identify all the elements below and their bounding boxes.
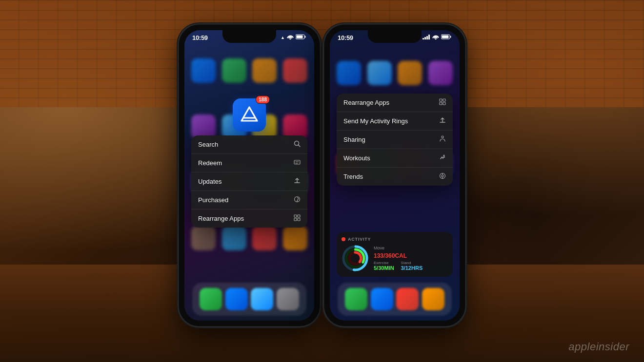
svg-point-8 (297, 201, 298, 202)
popup-menu-left: Search Redeem (191, 135, 307, 228)
menu-item-send-activity[interactable]: Send My Activity Rings (337, 112, 453, 131)
dock-icon (251, 288, 273, 310)
purchased-icon (294, 196, 301, 204)
workouts-icon (439, 154, 446, 162)
svg-rect-23 (443, 102, 445, 105)
app-icon (191, 58, 216, 83)
app-icon (367, 61, 392, 85)
exercise-value: 5/30MIN (374, 265, 394, 271)
sharing-icon (439, 135, 446, 144)
stand-stat: Stand 3/12HRS (401, 261, 423, 271)
app-icon (191, 226, 216, 250)
menu-item-rearrange[interactable]: Rearrange Apps (191, 210, 307, 228)
app-icon (283, 226, 307, 250)
app-icon (398, 61, 422, 85)
svg-rect-18 (450, 36, 451, 38)
menu-item-purchased[interactable]: Purchased (191, 191, 307, 210)
dock-right (338, 283, 452, 316)
context-menu-left: 188 Search Redeem (191, 98, 307, 228)
dock-icon (225, 288, 248, 310)
status-icons-left: ▲ (281, 34, 306, 40)
svg-rect-9 (294, 215, 297, 217)
activity-rings (342, 245, 369, 272)
menu-item-search[interactable]: Search (191, 135, 307, 154)
menu-item-send-activity-label: Send My Activity Rings (343, 117, 408, 125)
dock-icon (345, 288, 367, 310)
svg-rect-20 (440, 99, 442, 101)
svg-rect-15 (426, 36, 428, 39)
updates-icon (294, 177, 301, 186)
exercise-label: Exercise (374, 261, 394, 265)
svg-rect-16 (428, 35, 430, 39)
rearrange-icon (294, 214, 301, 223)
dock-left (192, 283, 306, 316)
context-menu-right: Rearrange Apps Send My Activity Rings (337, 94, 453, 186)
dock-icon (371, 288, 393, 310)
search-icon (294, 140, 301, 149)
dock-icon (200, 288, 222, 310)
activity-widget-header: ACTIVITY (342, 237, 448, 242)
menu-item-trends[interactable]: Trends (337, 168, 453, 186)
svg-line-5 (299, 145, 301, 147)
svg-rect-6 (294, 160, 300, 164)
menu-item-rearrange-apps-label: Rearrange Apps (343, 99, 389, 106)
app-icon (252, 58, 277, 83)
location-icon: ▲ (281, 35, 285, 40)
menu-item-redeem[interactable]: Redeem (191, 154, 307, 172)
move-label: Move (374, 246, 448, 250)
watermark: appleinsider (568, 341, 629, 353)
app-icon (222, 226, 246, 250)
activity-stats: Move 133/360CAL Exercise 5/30MIN Stand 3… (374, 246, 448, 271)
svg-rect-13 (423, 38, 424, 39)
exercise-stat: Exercise 5/30MIN (374, 261, 394, 271)
menu-item-rearrange-label: Rearrange Apps (198, 215, 244, 222)
wifi-icon (287, 34, 294, 40)
menu-item-redeem-label: Redeem (198, 159, 222, 167)
dock-icon (422, 288, 444, 310)
battery-icon-right (441, 34, 452, 40)
status-time-left: 10:59 (192, 34, 208, 41)
svg-rect-14 (424, 37, 426, 39)
bottom-stats: Exercise 5/30MIN Stand 3/12HRS (374, 261, 448, 271)
stand-value: 3/12HRS (401, 265, 423, 271)
dock-icon (396, 288, 419, 310)
rearrange-apps-icon (439, 98, 446, 107)
svg-point-27 (442, 175, 443, 177)
activity-dot (342, 237, 345, 241)
appstore-icon-container: 188 (233, 98, 266, 132)
app-icon (283, 58, 307, 83)
svg-rect-2 (297, 36, 303, 38)
status-icons-right: ▲ (416, 34, 452, 40)
move-value: 133/360CAL (374, 252, 448, 259)
dock-icon (277, 288, 299, 310)
menu-item-rearrange-apps[interactable]: Rearrange Apps (337, 94, 453, 112)
app-icon (428, 61, 453, 85)
phone-right-screen: 10:59 ▲ (330, 30, 460, 321)
activity-widget: ACTIVITY (337, 232, 453, 277)
svg-point-25 (443, 155, 445, 156)
svg-rect-11 (294, 218, 297, 221)
notch-left (222, 30, 276, 43)
app-icon (337, 61, 361, 85)
app-icon (222, 58, 246, 83)
trends-icon (439, 172, 446, 181)
menu-item-updates[interactable]: Updates (191, 172, 307, 191)
svg-rect-19 (442, 36, 449, 38)
phones-container: 10:59 ▲ (179, 24, 465, 326)
menu-item-updates-label: Updates (198, 178, 221, 185)
menu-item-trends-label: Trends (343, 173, 363, 180)
redeem-icon (294, 159, 301, 167)
activity-header-label: ACTIVITY (348, 237, 371, 242)
phone-left-screen: 10:59 ▲ (184, 30, 314, 321)
appstore-badge: 188 (256, 95, 270, 104)
signal-icon (423, 35, 430, 40)
svg-rect-12 (298, 218, 300, 221)
phone-right: 10:59 ▲ (324, 24, 465, 326)
phone-left: 10:59 ▲ (179, 24, 320, 326)
menu-item-search-label: Search (198, 141, 218, 148)
menu-item-workouts[interactable]: Workouts (337, 149, 453, 168)
wifi-icon-right (432, 34, 439, 40)
menu-item-sharing[interactable]: Sharing (337, 131, 453, 149)
notch-right (368, 30, 422, 43)
svg-rect-21 (443, 99, 445, 101)
